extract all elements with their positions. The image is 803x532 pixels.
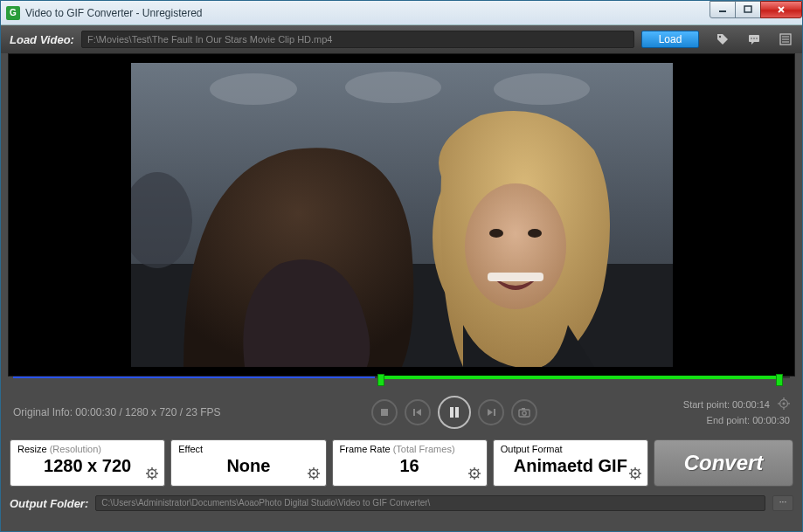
resize-gear-icon[interactable]	[145, 466, 159, 480]
svg-line-44	[148, 477, 149, 479]
svg-line-74	[631, 477, 633, 479]
framerate-gear-icon[interactable]	[467, 466, 481, 480]
start-point-label: Start point:	[683, 399, 730, 410]
framerate-value: 16	[340, 454, 480, 477]
original-info: Original Info: 00:00:30 / 1280 x 720 / 2…	[13, 406, 275, 418]
svg-line-63	[477, 477, 479, 479]
svg-rect-26	[494, 409, 495, 416]
framerate-sublabel: (Total Frames)	[393, 444, 455, 454]
next-frame-button[interactable]	[478, 399, 504, 425]
svg-point-6	[756, 38, 758, 39]
selection-start-handle[interactable]	[377, 374, 384, 386]
svg-rect-24	[450, 407, 453, 418]
resize-label: Resize	[17, 444, 47, 454]
svg-point-57	[473, 473, 475, 475]
svg-rect-25	[455, 407, 459, 418]
app-icon: G	[6, 6, 20, 20]
load-video-label: Load Video:	[10, 33, 74, 46]
svg-rect-20	[488, 273, 543, 281]
range-info: Start point: 00:00:14 End point: 00:00:3…	[633, 397, 790, 427]
effect-label: Effect	[178, 444, 203, 454]
output-folder-label: Output Folder:	[10, 497, 88, 510]
minimize-button[interactable]	[710, 1, 736, 18]
prev-frame-button[interactable]	[405, 399, 431, 425]
svg-rect-22	[381, 409, 388, 416]
titlebar: G Video to GIF Converter - Unregistered	[1, 1, 802, 25]
close-button[interactable]	[760, 1, 802, 18]
end-point-label: End point:	[707, 415, 751, 425]
format-label: Output Format	[501, 444, 563, 454]
end-point-value: 00:00:30	[752, 415, 790, 425]
format-gear-icon[interactable]	[628, 466, 642, 480]
video-frame	[131, 63, 673, 367]
effect-value: None	[178, 454, 318, 477]
svg-point-31	[782, 402, 785, 404]
maximize-button[interactable]	[735, 1, 761, 18]
tag-icon[interactable]	[715, 31, 730, 47]
svg-line-62	[470, 469, 472, 471]
timeline-selection	[379, 376, 779, 379]
selection-end-handle[interactable]	[776, 374, 783, 386]
svg-line-65	[477, 469, 479, 471]
svg-line-64	[470, 477, 472, 479]
svg-point-4	[751, 38, 752, 39]
svg-point-13	[345, 72, 441, 103]
svg-rect-23	[413, 409, 415, 416]
svg-point-18	[489, 229, 503, 238]
svg-line-73	[639, 477, 640, 479]
svg-line-42	[148, 469, 149, 471]
svg-line-43	[156, 477, 157, 479]
output-path-input[interactable]: C:\Users\Administrator\Documents\AoaoPho…	[95, 495, 765, 511]
transport-controls	[275, 396, 633, 429]
svg-point-19	[528, 229, 542, 238]
svg-point-28	[522, 411, 525, 415]
svg-line-55	[316, 469, 318, 471]
timeline[interactable]	[8, 377, 795, 389]
svg-point-17	[465, 183, 566, 309]
svg-point-67	[634, 473, 637, 475]
svg-line-75	[639, 469, 640, 471]
svg-point-37	[151, 473, 154, 475]
svg-point-12	[210, 73, 297, 105]
video-preview[interactable]	[8, 53, 795, 377]
load-toolbar: Load Video: F:\Movies\Test\The Fault In …	[1, 25, 802, 53]
window-title: Video to GIF Converter - Unregistered	[25, 7, 710, 19]
svg-line-45	[156, 469, 157, 471]
pause-button[interactable]	[438, 396, 471, 429]
svg-point-5	[753, 38, 755, 39]
svg-point-14	[494, 73, 590, 105]
svg-rect-0	[719, 10, 726, 12]
list-icon[interactable]	[778, 31, 793, 47]
snapshot-button[interactable]	[511, 399, 537, 425]
convert-button[interactable]: Convert	[654, 439, 793, 487]
resize-value: 1280 x 720	[17, 454, 157, 477]
svg-point-2	[719, 36, 721, 38]
svg-rect-1	[744, 6, 751, 12]
svg-line-53	[316, 477, 318, 479]
effect-setting[interactable]: Effect None	[170, 439, 326, 487]
effect-gear-icon[interactable]	[307, 466, 321, 480]
comment-icon[interactable]	[746, 31, 762, 47]
video-path-input[interactable]: F:\Movies\Test\The Fault In Our Stars Mo…	[81, 31, 634, 48]
resize-sublabel: (Resolution)	[50, 444, 101, 454]
svg-line-54	[309, 477, 311, 479]
framerate-setting[interactable]: Frame Rate (Total Frames) 16	[332, 439, 488, 487]
format-setting[interactable]: Output Format Animaetd GIF	[493, 439, 648, 487]
svg-line-52	[309, 469, 311, 471]
load-button[interactable]: Load	[641, 31, 699, 48]
format-value: Animaetd GIF	[501, 454, 640, 477]
svg-line-72	[631, 469, 633, 471]
svg-rect-29	[522, 408, 525, 410]
framerate-label: Frame Rate	[340, 444, 391, 454]
range-settings-icon[interactable]	[778, 397, 790, 413]
timeline-played	[13, 377, 375, 378]
start-point-value: 00:00:14	[732, 399, 770, 410]
stop-button[interactable]	[371, 399, 398, 425]
resize-setting[interactable]: Resize (Resolution) 1280 x 720	[10, 439, 165, 487]
browse-button[interactable]: ···	[772, 495, 793, 511]
svg-point-47	[312, 473, 315, 475]
